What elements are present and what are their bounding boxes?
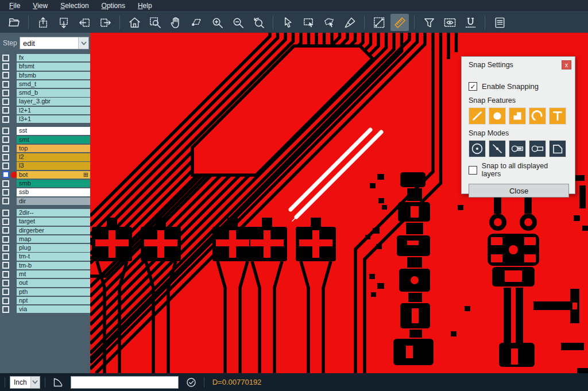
layer-row-via[interactable]: via [0,305,90,313]
snap-mode-center-button[interactable] [469,140,486,157]
layer-visibility-checkbox[interactable] [2,145,9,152]
chevron-down-icon[interactable] [30,377,40,388]
layer-name[interactable]: bot⊞ [17,171,90,179]
menu-selection[interactable]: Selection [55,1,94,11]
layer-visibility-checkbox[interactable] [2,271,9,278]
pan-left-button[interactable] [75,14,94,31]
layer-name[interactable]: plug [17,244,90,251]
snap-mode-polygon-corner-button[interactable] [549,140,566,157]
layer-name[interactable]: ssb [17,188,90,196]
layer-row-smt[interactable]: smt [0,136,90,144]
layer-row-sst[interactable]: sst [0,127,90,134]
layer-name[interactable]: bfsmb [17,72,90,79]
layer-name[interactable]: pth [17,288,90,296]
layer-name[interactable]: tm-t [17,253,90,260]
dialog-titlebar[interactable]: Snap Settings x [462,57,575,73]
layer-row-l3[interactable]: l3 [0,162,90,169]
layer-visibility-checkbox[interactable] [2,55,9,61]
layer-visibility-checkbox[interactable] [2,198,9,204]
layer-name[interactable]: target [17,218,90,225]
layer-name[interactable]: 2dir-- [17,209,90,216]
snap-feature-text-button[interactable] [549,107,566,125]
zoom-in-button[interactable] [208,14,226,31]
layer-visibility-checkbox[interactable] [2,189,9,196]
layer-row-bot[interactable]: bot⊞ [0,171,90,179]
layer-row-dir[interactable]: dir [0,198,90,205]
zoom-out-button[interactable] [229,14,247,31]
layer-name[interactable]: map [17,235,90,243]
layer-name[interactable]: bfsmt [17,63,90,70]
filter-button[interactable] [420,14,438,31]
layer-name[interactable]: layer_3.gbr [17,98,90,105]
layer-visibility-checkbox[interactable] [2,253,9,260]
layer-row-mt[interactable]: mt [0,270,90,278]
layer-visibility-checkbox[interactable] [2,98,9,105]
home-view-button[interactable] [125,14,144,31]
snap-mode-slot-outline-button[interactable] [529,140,546,157]
layer-name[interactable]: tm-b [17,262,90,269]
layer-name[interactable]: dirgerber [17,227,90,234]
layer-visibility-checkbox[interactable] [2,262,9,269]
snap-feature-pad-button[interactable] [509,107,526,125]
angle-tool-icon[interactable] [52,377,64,388]
layer-row-l3+1[interactable]: l3+1 [0,115,90,123]
layer-visibility-checkbox[interactable] [2,227,9,234]
layer-visibility-checkbox[interactable] [2,72,9,79]
layer-name[interactable]: smd_b [17,89,90,96]
layer-name[interactable]: l3 [17,162,90,169]
step-select[interactable]: edit [20,37,89,49]
pan-hand-button[interactable] [167,14,185,31]
units-select[interactable]: Inch [10,376,40,389]
layer-visibility-checkbox[interactable] [2,210,9,216]
menu-view[interactable]: View [27,1,53,11]
view-selection-button[interactable] [440,14,459,31]
confirm-circle-icon[interactable] [185,377,197,388]
layer-row-bfsmt[interactable]: bfsmt [0,63,90,70]
layer-name[interactable]: fx [17,54,90,61]
layer-visibility-checkbox[interactable] [2,218,9,225]
layer-row-l2[interactable]: l2 [0,153,90,161]
pan-down-button[interactable] [55,14,73,31]
layer-row-out[interactable]: out [0,279,90,287]
select-rectangle-button[interactable] [299,14,318,31]
layer-visibility-checkbox[interactable] [2,81,9,88]
layer-visibility-checkbox[interactable] [2,280,9,287]
layer-visibility-checkbox[interactable] [2,90,9,96]
close-icon[interactable]: x [562,60,571,69]
open-file-button[interactable] [5,14,23,31]
measure-distance-button[interactable] [370,14,388,31]
report-list-button[interactable] [490,14,509,31]
layer-row-map[interactable]: map [0,235,90,243]
snap-feature-arc-button[interactable] [529,107,546,125]
grid-icon[interactable]: ⊞ [83,171,88,179]
layer-name[interactable]: via [17,305,90,313]
layer-row-target[interactable]: target [0,218,90,225]
layer-name[interactable]: smb [17,180,90,187]
chevron-down-icon[interactable] [78,37,88,49]
layer-visibility-checkbox[interactable] [2,288,9,295]
layer-visibility-checkbox[interactable] [2,297,9,304]
layer-row-2dir--[interactable]: 2dir-- [0,209,90,216]
layer-name[interactable]: mt [17,270,90,278]
layer-visibility-checkbox[interactable] [2,116,9,123]
pan-up-button[interactable] [34,14,52,31]
snap-mode-midpoint-button[interactable] [489,140,506,157]
snap-feature-line-button[interactable] [469,107,486,125]
layer-name[interactable]: sst [17,127,90,134]
command-input[interactable] [71,376,179,389]
layer-row-smd_t[interactable]: smd_t [0,80,90,88]
menu-help[interactable]: Help [132,1,158,11]
select-cursor-button[interactable] [278,14,297,31]
layer-row-npt[interactable]: npt [0,297,90,304]
layer-row-smb[interactable]: smb [0,180,90,187]
snap-magnet-button[interactable] [461,14,479,31]
enable-snapping-checkbox[interactable]: ✓ [469,82,477,91]
snap-mode-slot-end-button[interactable] [509,140,526,157]
layer-name[interactable]: out [17,279,90,287]
layer-visibility-checkbox[interactable] [2,154,9,161]
layer-visibility-checkbox[interactable] [2,171,9,178]
menu-options[interactable]: Options [96,1,131,11]
pan-right-button[interactable] [96,14,114,31]
layer-row-fx[interactable]: fx [0,54,90,61]
layer-name[interactable]: npt [17,297,90,304]
